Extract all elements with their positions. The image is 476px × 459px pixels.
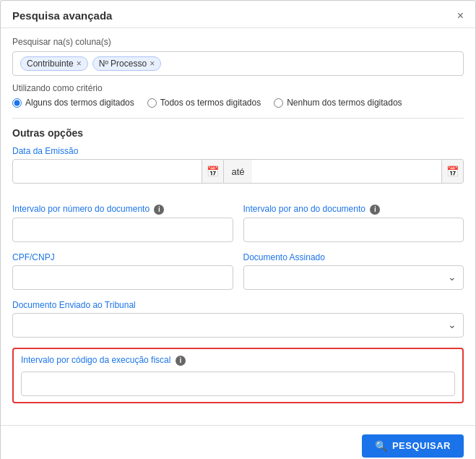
cal-start-icon[interactable]: 📅: [202, 160, 223, 183]
search-columns-label: Pesquisar na(s) coluna(s): [12, 37, 464, 47]
cpf-cnpj-label: CPF/CNPJ: [12, 252, 233, 262]
exec-fiscal-input[interactable]: [21, 372, 455, 396]
date-emission-label: Data da Emissão: [12, 146, 464, 156]
search-button-label: PESQUISAR: [392, 440, 451, 451]
exec-fiscal-label-text: Intervalo por código da execução fiscal: [21, 355, 170, 365]
doc-year-label-text: Intervalo por ano do documento: [243, 204, 365, 214]
doc-tribunal-group: Documento Enviado ao Tribunal: [12, 300, 464, 338]
doc-assinado-label: Documento Assinado: [243, 252, 464, 262]
doc-year-group: Intervalo por ano do documento i: [243, 204, 464, 242]
cal-end-icon[interactable]: 📅: [441, 160, 463, 183]
radio-nenhum-input[interactable]: [274, 98, 283, 108]
doc-year-label: Intervalo por ano do documento i: [243, 204, 464, 215]
divider: [12, 118, 464, 119]
doc-number-group: Intervalo por número do documento i: [12, 204, 233, 242]
date-start-input[interactable]: [12, 159, 224, 184]
tag-contribuinte-remove[interactable]: ×: [77, 59, 82, 68]
ate-separator: até: [224, 159, 251, 184]
cpf-cnpj-input[interactable]: [12, 265, 233, 290]
doc-assinado-group: Documento Assinado: [243, 252, 464, 290]
tag-nprocesso-remove[interactable]: ×: [150, 59, 155, 68]
date-row: 📅 até 📅: [12, 159, 464, 184]
close-button[interactable]: ×: [457, 10, 464, 22]
date-end-input[interactable]: [252, 159, 464, 184]
modal-body: Pesquisar na(s) coluna(s) Contribuinte ×…: [1, 28, 475, 422]
radio-alguns[interactable]: Alguns dos termos digitados: [12, 98, 134, 108]
doc-tribunal-label: Documento Enviado ao Tribunal: [12, 300, 464, 310]
doc-number-info-icon[interactable]: i: [154, 205, 164, 215]
modal-header: Pesquisa avançada ×: [1, 1, 475, 28]
radio-alguns-label: Alguns dos termos digitados: [25, 98, 134, 108]
exec-fiscal-info-icon[interactable]: i: [176, 356, 186, 366]
date-end-wrap: 📅: [252, 159, 464, 184]
exec-fiscal-section: Intervalo por código da execução fiscal …: [12, 348, 464, 403]
date-emission-group: Data da Emissão 📅 até 📅: [12, 146, 464, 194]
tags-container: Contribuinte × Nº Processo ×: [12, 51, 464, 76]
doc-number-label: Intervalo por número do documento i: [12, 204, 233, 215]
doc-assinado-select-wrap: [243, 265, 464, 290]
exec-fiscal-label: Intervalo por código da execução fiscal …: [21, 355, 455, 366]
search-button[interactable]: 🔍 PESQUISAR: [362, 434, 464, 458]
doc-number-label-text: Intervalo por número do documento: [12, 204, 150, 214]
doc-number-input[interactable]: [12, 218, 233, 242]
doc-tribunal-select-wrap: [12, 313, 464, 338]
tag-contribuinte-text: Contribuinte: [27, 59, 74, 69]
doc-tribunal-select[interactable]: [12, 313, 464, 338]
criteria-label: Utilizando como critério: [12, 83, 464, 93]
criteria-section: Utilizando como critério Alguns dos term…: [12, 83, 464, 108]
other-options-title: Outras opções: [12, 127, 464, 139]
radio-todos-label: Todos os termos digitados: [160, 98, 261, 108]
tag-contribuinte: Contribuinte ×: [20, 56, 88, 71]
tag-nprocesso-text: Nº Processo: [99, 59, 147, 69]
two-col-row1: Intervalo por número do documento i Inte…: [12, 204, 464, 242]
cpf-cnpj-group: CPF/CNPJ: [12, 252, 233, 290]
radio-nenhum[interactable]: Nenhum dos termos digitados: [274, 98, 402, 108]
doc-year-input[interactable]: [243, 218, 464, 242]
doc-assinado-select[interactable]: [243, 265, 464, 290]
doc-year-info-icon[interactable]: i: [370, 205, 380, 215]
radio-nenhum-label: Nenhum dos termos digitados: [287, 98, 402, 108]
radio-group: Alguns dos termos digitados Todos os ter…: [12, 98, 464, 108]
two-col-row2: CPF/CNPJ Documento Assinado: [12, 252, 464, 290]
search-button-icon: 🔍: [375, 440, 388, 452]
modal-title: Pesquisa avançada: [12, 9, 112, 22]
radio-alguns-input[interactable]: [12, 98, 22, 108]
tag-nprocesso: Nº Processo ×: [92, 56, 161, 71]
date-start-wrap: 📅: [12, 159, 224, 184]
modal-footer: 🔍 PESQUISAR: [1, 425, 475, 459]
radio-todos[interactable]: Todos os termos digitados: [147, 98, 261, 108]
radio-todos-input[interactable]: [147, 98, 157, 108]
advanced-search-modal: Pesquisa avançada × Pesquisar na(s) colu…: [0, 0, 476, 459]
